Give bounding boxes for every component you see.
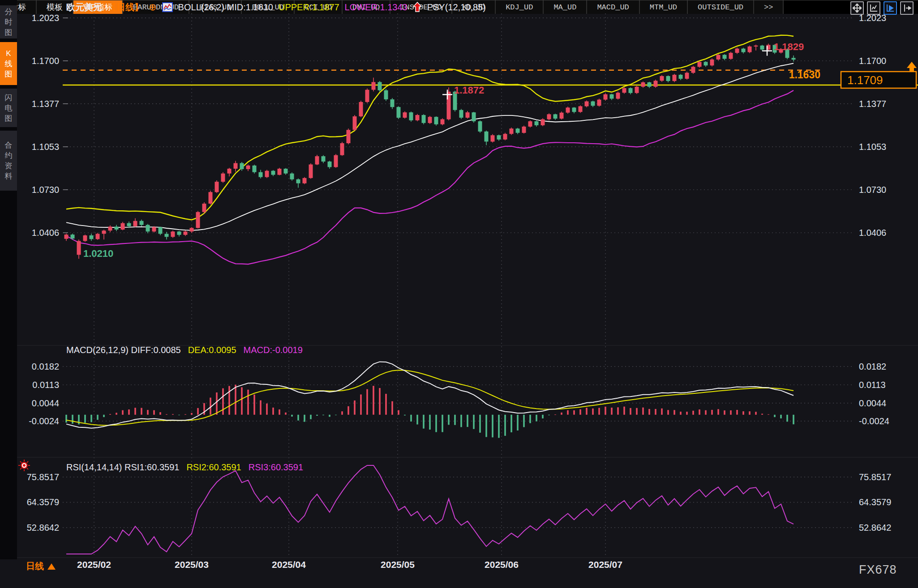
macd-title: MACD(26,12,9) DIFF:0.0085 <box>66 345 181 355</box>
macd-dea-value: DEA:0.0095 <box>188 345 236 355</box>
boll-lower-value: LOWER:1.1343 <box>345 2 408 13</box>
axis-label: 1.0730 <box>32 185 59 195</box>
axis-label: 1.0730 <box>859 185 886 195</box>
rsi2-value: RSI2:60.3591 <box>186 462 241 473</box>
axis-label: 75.8517 <box>27 472 59 482</box>
candlestick-series <box>64 44 796 259</box>
axis-label: 1.1053 <box>32 142 59 152</box>
chart-toolbar <box>850 1 914 15</box>
axis-label: 1.1377 <box>859 99 886 109</box>
rsi-header: RSI(14,14,14) RSI1:60.3591 RSI2:60.3591 … <box>66 462 303 473</box>
add-circle-icon[interactable]: ⊕ <box>149 3 157 12</box>
sidebar-item-char: 时 <box>5 17 13 27</box>
axis-label: 0.0113 <box>859 380 886 390</box>
boll-upper-value: UPPER:1.1877 <box>279 2 339 13</box>
x-axis-label: 2025/03 <box>175 559 209 570</box>
high-price-annotation: 1.1872 <box>454 85 484 96</box>
psy-settings-label: PSY(12,10,85) <box>427 2 486 13</box>
axis-scale-icon[interactable] <box>867 1 880 15</box>
x-axis-label: 2025/04 <box>272 559 306 570</box>
sidebar: 分时图K线图闪电图合约资料 <box>0 0 17 559</box>
symbol-name: 欧元美元 <box>66 1 102 13</box>
axis-label: 52.8642 <box>27 523 59 533</box>
axis-label: 64.3579 <box>27 497 59 507</box>
axis-label: 64.3579 <box>859 497 891 507</box>
x-axis-label: 2025/05 <box>381 559 415 570</box>
axis-label: 75.8517 <box>859 472 891 482</box>
chart-header: 欧元美元 【日线】 ⊕ BOLL(26,2) MID:1.1610 UPPER:… <box>66 1 486 13</box>
axis-label: 0.0044 <box>32 398 59 408</box>
rsi3-value: RSI3:60.3591 <box>249 462 303 473</box>
sidebar-item-char: 约 <box>5 150 13 161</box>
price-up-arrow-icon <box>907 62 917 72</box>
sidebar-item-char: 图 <box>5 27 13 38</box>
x-axis-label: 2025/02 <box>77 559 111 570</box>
axis-label: -0.0024 <box>859 416 889 426</box>
axis-label: 1.1053 <box>859 142 886 152</box>
chevron-up-icon <box>47 563 56 570</box>
axis-label: 0.0182 <box>859 362 886 371</box>
dashed-line-price-label: 1.1630 <box>789 69 820 81</box>
axis-label: 0.0113 <box>32 380 59 390</box>
boll-upper-line <box>66 35 794 220</box>
rsi-line <box>66 465 794 554</box>
sidebar-item-char: 分 <box>5 7 13 17</box>
sidebar-item-3[interactable]: 闪电图 <box>0 89 17 127</box>
last-price-value: 1.1709 <box>847 73 883 87</box>
axis-label: -0.0024 <box>29 416 59 426</box>
boll-settings-label: BOLL(26,2) MID:1.1610 <box>178 2 273 13</box>
low-price-annotation: 1.0210 <box>83 248 113 259</box>
macd-value: MACD:-0.0019 <box>244 345 303 355</box>
sidebar-item-char: 电 <box>5 103 13 113</box>
axis-label: 1.1700 <box>32 56 59 66</box>
axis-label: 1.0406 <box>859 228 886 238</box>
axis-label: 1.2023 <box>32 13 59 23</box>
boll-mid-line <box>66 64 794 230</box>
axis-label: 1.0406 <box>32 228 59 238</box>
high-price-annotation: 1.1829 <box>774 41 804 52</box>
macd-header: MACD(26,12,9) DIFF:0.0085 DEA:0.0095 MAC… <box>66 345 303 355</box>
move-icon[interactable] <box>850 1 864 15</box>
axis-play-icon[interactable] <box>884 1 897 15</box>
sidebar-item-char: 线 <box>5 59 13 69</box>
rsi-title: RSI(14,14,14) RSI1:60.3591 <box>66 462 179 473</box>
sidebar-item-char: 图 <box>5 69 13 79</box>
sidebar-item-char: K <box>6 48 11 59</box>
watermark: FX678 <box>859 563 897 577</box>
sidebar-item-4[interactable]: 合约资料 <box>0 131 17 191</box>
sidebar-item-char: 料 <box>5 171 13 181</box>
sidebar-item-1[interactable]: 分时图 <box>0 5 17 38</box>
axis-label: 0.0044 <box>859 398 886 408</box>
mini-chart-icon[interactable] <box>162 2 173 12</box>
period-label[interactable]: 【日线】 <box>107 1 143 13</box>
sidebar-item-char: 图 <box>5 113 13 124</box>
period-selector-label: 日线 <box>26 560 44 572</box>
sidebar-item-2[interactable]: K线图 <box>0 42 17 85</box>
chart-canvas: 1.20231.20231.17001.17001.13771.13771.10… <box>0 0 918 588</box>
up-arrow-icon <box>413 2 422 13</box>
rsi-settings-icon[interactable] <box>18 459 30 473</box>
high-marker-cross-icon <box>442 89 452 99</box>
axis-label: 1.1700 <box>859 56 886 66</box>
sidebar-item-char: 闪 <box>5 93 13 103</box>
period-selector[interactable]: 日线 <box>26 560 56 572</box>
sidebar-item-char: 资 <box>5 161 13 171</box>
x-axis-label: 2025/06 <box>485 559 519 570</box>
axis-shift-icon[interactable] <box>900 1 914 15</box>
axis-label: 52.8642 <box>859 523 891 533</box>
axis-label: 1.1377 <box>32 99 59 109</box>
sidebar-item-char: 合 <box>5 140 13 150</box>
x-axis-label: 2025/07 <box>588 559 622 570</box>
axis-label: 0.0182 <box>32 362 59 371</box>
